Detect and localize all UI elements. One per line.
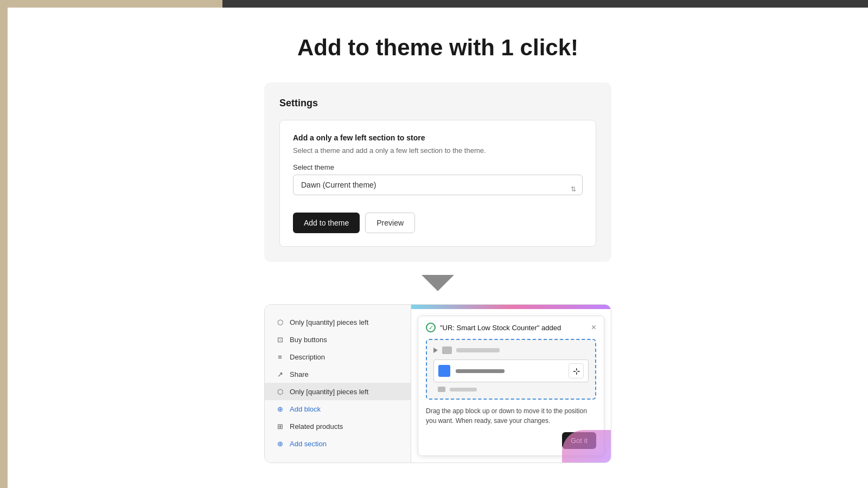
sidebar-item-buy-buttons[interactable]: ⊡ Buy buttons — [265, 331, 411, 348]
preview-row-2: ⊹ — [433, 359, 589, 382]
notif-header: ✓ "UR: Smart Low Stock Counter" added × — [426, 323, 596, 332]
sidebar-item-related-products[interactable]: ⊞ Related products — [265, 418, 411, 435]
expand-triangle-icon — [433, 348, 438, 353]
drag-instruction-text: Drag the app block up or down to move it… — [426, 406, 596, 426]
select-theme-label: Select theme — [293, 163, 583, 171]
preview-area: ⊹ — [426, 339, 596, 400]
sidebar-item-description[interactable]: ≡ Description — [265, 348, 411, 365]
preview-row-1 — [433, 346, 589, 354]
button-group: Add to theme Preview — [293, 213, 583, 233]
theme-select[interactable]: Dawn (Current theme) — [293, 175, 583, 195]
tag-active-icon: ⬡ — [276, 387, 284, 396]
preview-block-icon — [442, 346, 452, 354]
sidebar-item-quantity-1[interactable]: ⬡ Only [quantity] pieces left — [265, 313, 411, 331]
share-icon: ↗ — [276, 370, 284, 378]
top-bar — [0, 0, 868, 8]
left-decoration — [0, 8, 8, 488]
add-section-item[interactable]: ⊕ Add section — [265, 435, 411, 452]
preview-button[interactable]: Preview — [365, 213, 415, 233]
main-content: Add to theme with 1 click! Settings Add … — [8, 8, 868, 488]
preview-bar-1 — [456, 348, 500, 352]
inner-card-desc: Select a theme and add a only a few left… — [293, 146, 583, 155]
inner-card: Add a only a few left section to store S… — [279, 120, 596, 247]
notif-title-text: "UR: Smart Low Stock Counter" added — [440, 324, 561, 332]
add-block-item[interactable]: ⊕ Add block — [265, 400, 411, 418]
top-bar-right — [222, 0, 868, 8]
arrow-down-icon — [422, 275, 454, 291]
tag-icon: ⬡ — [276, 318, 284, 326]
panel-top-strip — [411, 305, 611, 309]
settings-section-title: Settings — [279, 98, 596, 109]
plus-circle-section-icon: ⊕ — [276, 439, 284, 448]
cart-icon: ⊡ — [276, 335, 284, 344]
sidebar-item-share[interactable]: ↗ Share — [265, 365, 411, 383]
list-icon: ≡ — [276, 352, 284, 361]
notif-title-row: ✓ "UR: Smart Low Stock Counter" added — [426, 323, 561, 332]
settings-card: Settings Add a only a few left section t… — [264, 82, 611, 262]
preview-sm-block — [438, 387, 445, 392]
top-bar-left — [0, 0, 222, 8]
check-icon: ✓ — [426, 323, 436, 332]
preview-blue-block — [438, 365, 450, 377]
theme-select-wrapper: Dawn (Current theme) — [293, 175, 583, 204]
sidebar-panel: ⬡ Only [quantity] pieces left ⊡ Buy butt… — [265, 305, 411, 463]
preview-bar-3 — [450, 388, 477, 391]
sidebar-item-quantity-2[interactable]: ⬡ Only [quantity] pieces left — [265, 383, 411, 400]
drag-handle[interactable]: ⊹ — [569, 363, 584, 378]
bottom-panel: ⬡ Only [quantity] pieces left ⊡ Buy butt… — [264, 304, 611, 463]
page-title: Add to theme with 1 click! — [297, 35, 578, 61]
notification-panel: ✓ "UR: Smart Low Stock Counter" added × — [411, 305, 611, 463]
bottom-right-decoration — [562, 430, 611, 463]
inner-card-title: Add a only a few left section to store — [293, 133, 583, 142]
close-notification-button[interactable]: × — [591, 323, 596, 332]
plus-circle-icon: ⊕ — [276, 404, 284, 413]
cursor-icon: ⊹ — [573, 366, 580, 376]
add-to-theme-button[interactable]: Add to theme — [293, 213, 360, 233]
preview-bar-2 — [456, 369, 505, 373]
server-icon: ⊞ — [276, 422, 284, 431]
preview-row-3 — [433, 387, 589, 392]
